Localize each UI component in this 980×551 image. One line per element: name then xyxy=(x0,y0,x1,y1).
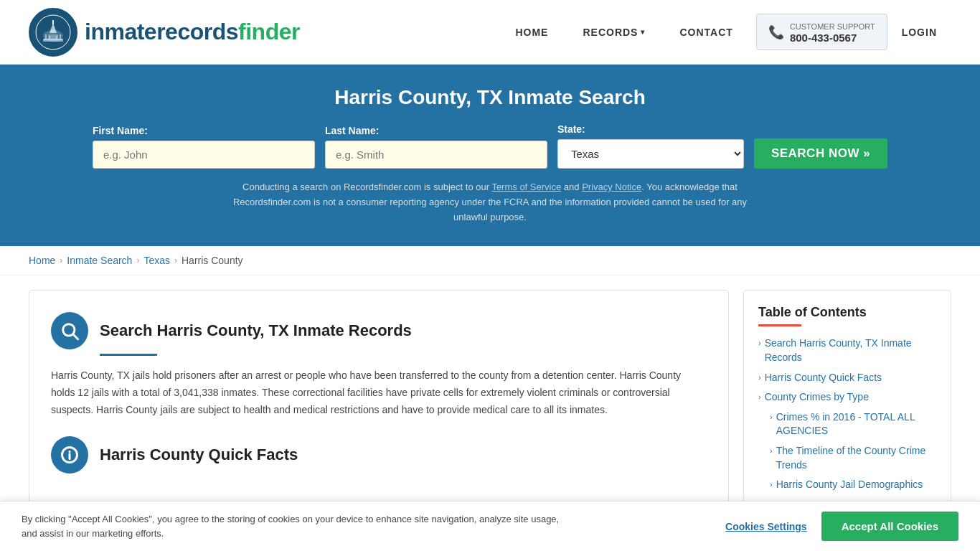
breadcrumb: Home › Inmate Search › Texas › Harris Co… xyxy=(0,246,980,276)
site-header: inmaterecordsfinder HOME RECORDS ▾ CONTA… xyxy=(0,0,980,65)
section1-body: Harris County, TX jails hold prisoners a… xyxy=(51,367,707,418)
svg-rect-9 xyxy=(44,39,62,40)
toc-link-3[interactable]: › County Crimes by Type xyxy=(758,390,936,405)
customer-support-info: CUSTOMER SUPPORT 800-433-0567 xyxy=(790,20,875,44)
logo-text: inmaterecordsfinder xyxy=(85,19,300,45)
breadcrumb-inmate-search[interactable]: Inmate Search xyxy=(67,255,132,266)
breadcrumb-sep-3: › xyxy=(174,255,177,265)
search-now-button[interactable]: SEARCH NOW » xyxy=(754,138,887,169)
toc-item-6: › Harris County Jail Demographics xyxy=(770,478,936,492)
section2-header: Harris County Quick Facts xyxy=(51,436,707,474)
toc-link-2[interactable]: › Harris County Quick Facts xyxy=(758,371,936,385)
accept-all-cookies-button[interactable]: Accept All Cookies xyxy=(821,512,958,527)
table-of-contents: Table of Contents › Search Harris County… xyxy=(743,290,951,512)
last-name-label: Last Name: xyxy=(325,125,547,136)
toc-link-1[interactable]: › Search Harris County, TX Inmate Record… xyxy=(758,336,936,364)
hero-section: Harris County, TX Inmate Search First Na… xyxy=(0,65,980,246)
last-name-input[interactable] xyxy=(325,141,547,169)
cookie-banner: By clicking "Accept All Cookies", you ag… xyxy=(0,501,980,527)
hero-title: Harris County, TX Inmate Search xyxy=(29,86,951,109)
breadcrumb-sep-2: › xyxy=(136,255,139,265)
breadcrumb-current: Harris County xyxy=(182,255,243,266)
hero-disclaimer: Conducting a search on Recordsfinder.com… xyxy=(217,180,763,225)
nav-home[interactable]: HOME xyxy=(498,19,565,45)
site-logo[interactable]: inmaterecordsfinder xyxy=(29,8,300,57)
main-content: Search Harris County, TX Inmate Records … xyxy=(0,276,980,527)
toc-item-1: › Search Harris County, TX Inmate Record… xyxy=(758,336,936,364)
content-area: Search Harris County, TX Inmate Records … xyxy=(29,290,729,512)
chevron-right-icon: › xyxy=(758,372,761,383)
chevron-right-icon: › xyxy=(770,479,773,490)
tos-link[interactable]: Terms of Service xyxy=(491,182,561,192)
toc-item-4: › Crimes % in 2016 - TOTAL ALL AGENCIES xyxy=(770,410,936,438)
nav-records[interactable]: RECORDS ▾ xyxy=(565,19,662,45)
quick-facts-icon-circle xyxy=(51,436,88,474)
section1-header: Search Harris County, TX Inmate Records xyxy=(51,312,707,349)
privacy-link[interactable]: Privacy Notice xyxy=(582,182,641,192)
toc-item-2: › Harris County Quick Facts xyxy=(758,371,936,385)
first-name-label: First Name: xyxy=(93,125,315,136)
section2-title: Harris County Quick Facts xyxy=(100,446,298,464)
chevron-down-icon: ▾ xyxy=(641,28,645,36)
state-select[interactable]: Texas xyxy=(557,139,744,169)
toc-link-5[interactable]: › The Timeline of the County Crime Trend… xyxy=(770,444,936,472)
customer-support-button[interactable]: 📞 CUSTOMER SUPPORT 800-433-0567 xyxy=(756,14,887,50)
section1-title: Search Harris County, TX Inmate Records xyxy=(100,321,412,340)
search-form: First Name: Last Name: State: Texas SEAR… xyxy=(29,123,951,169)
toc-underline xyxy=(758,324,801,326)
state-group: State: Texas xyxy=(557,123,744,169)
info-icon xyxy=(60,445,80,465)
cookies-settings-button[interactable]: Cookies Settings xyxy=(725,521,807,527)
toc-link-6[interactable]: › Harris County Jail Demographics xyxy=(770,478,936,492)
search-icon-circle xyxy=(51,312,88,349)
toc-list: › Search Harris County, TX Inmate Record… xyxy=(758,336,936,491)
toc-title: Table of Contents xyxy=(758,305,936,320)
state-label: State: xyxy=(557,123,744,135)
nav-login[interactable]: LOGIN xyxy=(887,19,951,45)
svg-rect-4 xyxy=(52,20,54,24)
cookie-text: By clicking "Accept All Cookies", you ag… xyxy=(22,512,560,527)
toc-item-3: › County Crimes by Type xyxy=(758,390,936,405)
toc-link-4[interactable]: › Crimes % in 2016 - TOTAL ALL AGENCIES xyxy=(770,410,936,438)
section1-underline xyxy=(100,354,157,356)
search-icon xyxy=(60,321,80,341)
cookie-actions: Cookies Settings Accept All Cookies xyxy=(725,512,958,527)
logo-icon xyxy=(29,8,77,57)
svg-line-11 xyxy=(73,335,77,339)
breadcrumb-sep-1: › xyxy=(60,255,62,265)
breadcrumb-home[interactable]: Home xyxy=(29,255,55,266)
chevron-right-icon: › xyxy=(770,412,773,423)
first-name-group: First Name: xyxy=(93,125,315,169)
toc-item-5: › The Timeline of the County Crime Trend… xyxy=(770,444,936,472)
chevron-right-icon: › xyxy=(770,446,773,456)
nav-contact[interactable]: CONTACT xyxy=(662,19,750,45)
phone-icon: 📞 xyxy=(768,24,784,40)
first-name-input[interactable] xyxy=(93,141,315,169)
chevron-right-icon: › xyxy=(758,392,761,402)
chevron-right-icon: › xyxy=(758,338,761,349)
main-nav: HOME RECORDS ▾ CONTACT 📞 CUSTOMER SUPPOR… xyxy=(498,14,951,50)
breadcrumb-texas[interactable]: Texas xyxy=(143,255,170,266)
last-name-group: Last Name: xyxy=(325,125,547,169)
